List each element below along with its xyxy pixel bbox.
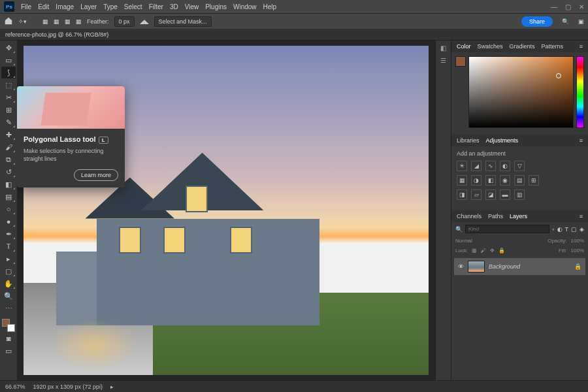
edit-toolbar[interactable]: ⋯ [1,302,16,314]
menu-edit[interactable]: Edit [38,3,49,10]
layer-row[interactable]: 👁 Background 🔒 [454,258,585,275]
share-button[interactable]: Share [521,16,553,27]
hue-slider[interactable] [576,56,584,128]
eyedropper-tool[interactable]: ✎ [1,116,16,128]
adj-map-icon[interactable]: ▬ [500,189,510,200]
adj-selective-icon[interactable]: ▥ [514,189,525,200]
selection-new-icon[interactable]: ▦ [42,18,48,25]
tab-paths[interactable]: Paths [488,213,503,220]
minimize-icon[interactable]: — [551,3,557,10]
tab-adjustments[interactable]: Adjustments [486,137,519,144]
layer-thumbnail[interactable] [468,261,485,272]
menu-select[interactable]: Select [124,3,142,10]
home-icon[interactable] [4,16,13,27]
adj-vibrance-icon[interactable]: ▽ [514,161,525,171]
menu-view[interactable]: View [185,3,199,10]
layer-filter-input[interactable] [465,225,549,233]
lock-position-icon[interactable]: ✥ [490,248,495,253]
adj-balance-icon[interactable]: ◑ [471,175,482,186]
brush-tool[interactable]: 🖌 [1,141,16,153]
menu-layer[interactable]: Layer [80,3,97,10]
menu-file[interactable]: File [21,3,31,10]
history-panel-icon[interactable]: ◧ [440,44,446,52]
crop-tool[interactable]: ✂ [1,91,16,103]
search-icon[interactable]: 🔍 [562,18,569,25]
quick-mask-icon[interactable]: ◙ [1,333,16,344]
marquee-tool[interactable]: ▭ [1,54,16,66]
visibility-icon[interactable]: 👁 [458,263,464,270]
selection-sub-icon[interactable]: ▦ [65,18,71,25]
adj-exposure-icon[interactable]: ◐ [500,161,510,171]
menu-3d[interactable]: 3D [170,3,178,10]
adj-lookup-icon[interactable]: ⊞ [529,175,539,186]
panel-menu-icon[interactable]: ≡ [580,213,583,220]
tab-channels[interactable]: Channels [457,213,482,220]
filter-icon[interactable]: 🔍 [455,226,463,233]
feather-value[interactable]: 0 px [114,16,135,27]
maximize-icon[interactable]: ▢ [565,3,571,10]
lock-all-icon[interactable]: 🔒 [498,248,505,253]
menu-help[interactable]: Help [263,3,277,10]
anti-alias-icon[interactable]: ◢◣ [140,18,149,25]
screen-mode-icon[interactable]: ▭ [1,345,16,357]
frame-tool[interactable]: ⊞ [1,104,16,116]
lock-transparent-icon[interactable]: ▦ [472,248,477,253]
adj-bw-icon[interactable]: ◧ [485,175,496,186]
adj-threshold-icon[interactable]: ◪ [485,189,496,200]
gradient-tool[interactable]: ▤ [1,191,16,203]
selection-add-icon[interactable]: ▦ [54,18,59,25]
learn-more-button[interactable]: Learn more [74,169,118,181]
adj-levels-icon[interactable]: ◢ [471,161,482,171]
adj-mixer-icon[interactable]: ▤ [514,175,525,186]
panel-menu-icon[interactable]: ≡ [580,43,583,50]
menu-plugins[interactable]: Plugins [205,3,227,10]
lock-paint-icon[interactable]: 🖌 [481,248,486,253]
status-chevron-icon[interactable]: ▸ [110,384,114,390]
tab-color[interactable]: Color [457,43,471,50]
eraser-tool[interactable]: ◧ [1,178,16,190]
panel-menu-icon[interactable]: ≡ [580,137,583,144]
canvas-area[interactable]: Polygonal Lasso toolL Make selections by… [17,41,435,380]
filter-smart-icon[interactable]: ◈ [580,226,584,233]
properties-panel-icon[interactable]: ☰ [440,57,446,64]
adj-hue-icon[interactable]: ▦ [457,175,467,186]
healing-tool[interactable]: ✚ [1,129,16,140]
selection-int-icon[interactable]: ▦ [76,18,82,25]
tool-preset-icon[interactable]: ✧▾ [18,18,27,25]
workspace-icon[interactable]: ▣ [578,18,584,25]
object-select-tool[interactable]: ⬚ [1,79,16,91]
history-brush-tool[interactable]: ↺ [1,166,16,178]
layer-name[interactable]: Background [489,263,520,270]
adj-invert-icon[interactable]: ◨ [457,189,467,200]
tab-swatches[interactable]: Swatches [478,43,503,50]
filter-pixel-icon[interactable]: ▫ [552,226,554,233]
menu-image[interactable]: Image [56,3,74,10]
adj-posterize-icon[interactable]: ▱ [471,189,482,200]
lock-icon[interactable]: 🔒 [574,263,581,270]
lasso-tool[interactable]: ⟆ [1,67,16,78]
adj-brightness-icon[interactable]: ☀ [457,161,467,171]
move-tool[interactable]: ✥ [1,42,16,54]
type-tool[interactable]: T [1,240,16,252]
fill-value[interactable]: 100% [571,248,584,253]
blend-mode-select[interactable]: Normal [455,238,472,244]
path-select-tool[interactable]: ▸ [1,253,16,265]
document-tab[interactable]: reference-photo.jpg @ 66.7% (RGB/8#) [5,31,108,38]
foreground-color[interactable] [455,56,466,67]
pen-tool[interactable]: ✒ [1,228,16,240]
menu-type[interactable]: Type [103,3,118,10]
zoom-level[interactable]: 66.67% [5,384,25,390]
filter-type-icon[interactable]: T [565,226,569,233]
dodge-tool[interactable]: ● [1,216,16,227]
color-picker-field[interactable] [468,56,574,128]
adj-photo-filter-icon[interactable]: ◉ [500,175,510,186]
close-icon[interactable]: ✕ [579,3,584,10]
adj-curves-icon[interactable]: ∿ [485,161,496,171]
tab-patterns[interactable]: Patterns [542,43,564,50]
hand-tool[interactable]: ✋ [1,278,16,289]
menu-filter[interactable]: Filter [149,3,163,10]
stamp-tool[interactable]: ⧉ [1,154,16,165]
color-swatches[interactable] [2,319,15,332]
tab-layers[interactable]: Layers [510,213,527,220]
zoom-tool[interactable]: 🔍 [1,290,16,302]
